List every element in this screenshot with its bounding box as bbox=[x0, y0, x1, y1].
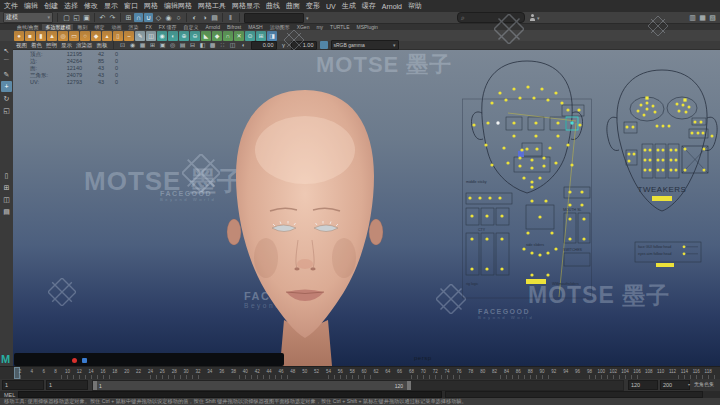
rig-control-square[interactable] bbox=[683, 98, 686, 101]
rig-control-dot[interactable] bbox=[662, 149, 665, 152]
rig-control-dot[interactable] bbox=[554, 91, 557, 94]
command-input[interactable] bbox=[18, 391, 442, 398]
playback-range-bar[interactable]: 1 120 bbox=[93, 381, 411, 390]
rig-control-dot[interactable] bbox=[656, 125, 659, 128]
poly-cube-icon[interactable]: ■ bbox=[25, 31, 35, 41]
animation-start-field[interactable]: 1 bbox=[2, 380, 44, 390]
snap-center-icon[interactable]: ◉ bbox=[164, 13, 173, 22]
facial-rig-picker[interactable]: middle stickyCTYside slidersMOUTH SLSWIT… bbox=[462, 55, 592, 303]
scale-tool[interactable]: ◱ bbox=[1, 105, 12, 116]
rig-control-dot[interactable] bbox=[676, 103, 679, 106]
quad-draw-icon[interactable]: ⊞ bbox=[256, 31, 266, 41]
menu-item-13[interactable]: 变形 bbox=[306, 1, 320, 11]
option-dot[interactable] bbox=[683, 245, 686, 248]
menu-item-4[interactable]: 修改 bbox=[84, 1, 98, 11]
channel-box-icon[interactable]: ▦ bbox=[698, 13, 707, 22]
rig-slider-bar[interactable] bbox=[652, 196, 672, 201]
poly-plane-icon[interactable]: ▭ bbox=[69, 31, 79, 41]
poly-cylinder-icon[interactable]: ▮ bbox=[36, 31, 46, 41]
account-menu[interactable]: ▾ bbox=[530, 15, 540, 21]
select-tool[interactable]: ↖ bbox=[1, 45, 12, 56]
rig-control-dot[interactable] bbox=[640, 104, 643, 107]
poly-sphere-icon[interactable]: ● bbox=[14, 31, 24, 41]
rig-control-dot[interactable] bbox=[644, 169, 647, 172]
search-input[interactable]: ⌕ bbox=[457, 12, 525, 23]
rig-control-dot[interactable] bbox=[512, 134, 515, 137]
rig-control-dot[interactable] bbox=[534, 121, 537, 124]
viewport-toolbar-icon-0[interactable]: ⊡ bbox=[119, 41, 127, 49]
extrude-icon[interactable]: ◣ bbox=[201, 31, 211, 41]
rig-control-dot[interactable] bbox=[548, 146, 551, 149]
rig-control-dot[interactable] bbox=[500, 237, 503, 240]
rig-control-dot[interactable] bbox=[554, 247, 557, 250]
rig-control-dot[interactable] bbox=[530, 180, 533, 183]
separate-icon[interactable]: ⊖ bbox=[190, 31, 200, 41]
rig-control-dot[interactable] bbox=[485, 267, 488, 270]
menu-item-0[interactable]: 文件 bbox=[4, 1, 18, 11]
render-settings-icon[interactable]: ▤ bbox=[210, 13, 219, 22]
rig-control-dot[interactable] bbox=[662, 159, 665, 162]
snap-curve-icon[interactable]: ∩ bbox=[134, 13, 143, 22]
layout-single-pane[interactable]: ▯ bbox=[1, 170, 12, 181]
menu-item-10[interactable]: 网格显示 bbox=[232, 1, 260, 11]
target-weld-icon[interactable]: ⊙ bbox=[245, 31, 255, 41]
menu-item-9[interactable]: 网格工具 bbox=[198, 1, 226, 11]
menu-item-17[interactable]: Arnold bbox=[382, 3, 402, 10]
layout-four-pane[interactable]: ⊞ bbox=[1, 182, 12, 193]
poly-helix-icon[interactable]: ~ bbox=[124, 31, 134, 41]
rig-control-dot[interactable] bbox=[652, 105, 655, 108]
lasso-tool[interactable]: ⌒ bbox=[1, 57, 12, 68]
rig-control-dot[interactable] bbox=[637, 110, 640, 113]
playback-end-field[interactable]: 120 bbox=[628, 380, 658, 390]
rig-control-square[interactable] bbox=[645, 96, 648, 99]
rig-control-dot[interactable] bbox=[646, 108, 649, 111]
rig-control-dot[interactable] bbox=[478, 196, 481, 199]
rig-control-dot[interactable] bbox=[530, 166, 533, 169]
rig-control-dot[interactable] bbox=[644, 159, 647, 162]
multi-cut-icon[interactable]: ✕ bbox=[234, 31, 244, 41]
rig-control-dot[interactable] bbox=[568, 190, 571, 193]
rig-control-dot[interactable] bbox=[518, 156, 521, 159]
smooth-icon[interactable]: ◉ bbox=[157, 31, 167, 41]
rig-control-dot[interactable] bbox=[538, 215, 541, 218]
rig-control-dot[interactable] bbox=[570, 163, 573, 166]
undo-icon[interactable]: ↶ bbox=[98, 13, 107, 22]
rig-control-dot[interactable] bbox=[685, 111, 688, 114]
rig-control-dot[interactable] bbox=[470, 237, 473, 240]
rig-control-dot[interactable] bbox=[682, 104, 685, 107]
mirror-icon[interactable]: ◫ bbox=[146, 31, 156, 41]
viewport-toolbar-icon-3[interactable]: ⊞ bbox=[149, 41, 157, 49]
snap-grid-icon[interactable]: ⊞ bbox=[124, 13, 133, 22]
file-new-icon[interactable]: ▢ bbox=[62, 13, 71, 22]
rig-control-dot[interactable] bbox=[578, 123, 581, 126]
menu-item-2[interactable]: 创建 bbox=[44, 1, 58, 11]
rig-control-dot[interactable] bbox=[657, 149, 660, 152]
poly-pipe-icon[interactable]: ▯ bbox=[113, 31, 123, 41]
paint-select-tool[interactable]: ✎ bbox=[1, 69, 12, 80]
rig-control-dot[interactable] bbox=[662, 125, 665, 128]
rig-control-dot[interactable] bbox=[566, 143, 569, 146]
rig-control-dot[interactable] bbox=[628, 153, 631, 156]
menu-item-1[interactable]: 编辑 bbox=[24, 1, 38, 11]
rig-control-dot[interactable] bbox=[522, 247, 525, 250]
rig-control-dot[interactable] bbox=[649, 169, 652, 172]
viewport-toolbar-icon-9[interactable]: ▩ bbox=[209, 41, 217, 49]
viewport-toolbar-icon-6[interactable]: ▤ bbox=[179, 41, 187, 49]
rig-control-dot[interactable] bbox=[544, 199, 547, 202]
view-transform-toggle[interactable] bbox=[320, 41, 328, 49]
bridge-icon[interactable]: ∩ bbox=[223, 31, 233, 41]
viewport-toolbar-icon-7[interactable]: ⊟ bbox=[189, 41, 197, 49]
rig-control-dot[interactable] bbox=[530, 158, 533, 161]
rig-control-dot[interactable] bbox=[580, 203, 583, 206]
option-dot[interactable] bbox=[683, 252, 686, 255]
poly-platonic-icon[interactable]: ◆ bbox=[91, 31, 101, 41]
rig-control-dot[interactable] bbox=[643, 114, 646, 117]
panel-menu-0[interactable]: 视图 bbox=[16, 42, 27, 49]
rig-control-dot[interactable] bbox=[556, 134, 559, 137]
rig-control-dot[interactable] bbox=[518, 164, 521, 167]
rig-control-dot[interactable] bbox=[632, 126, 635, 129]
rig-control-dot[interactable] bbox=[697, 132, 700, 135]
viewport-toolbar-icon-11[interactable]: ◫ bbox=[229, 41, 237, 49]
render-icon[interactable]: ◐ bbox=[190, 13, 199, 22]
rig-control-dot[interactable] bbox=[566, 108, 569, 111]
